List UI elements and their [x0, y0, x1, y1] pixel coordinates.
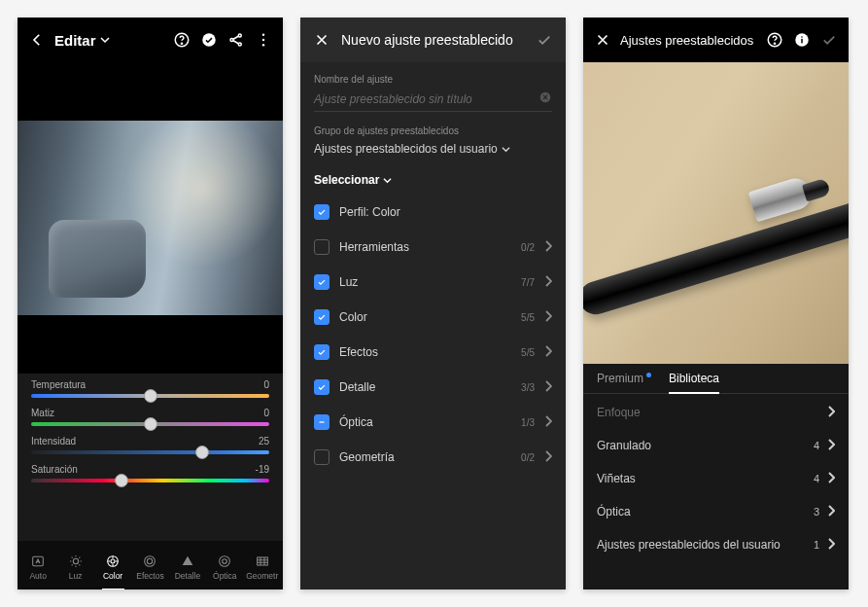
option-label: Color: [339, 310, 511, 324]
chevron-right-icon[interactable]: [827, 439, 835, 453]
checkbox[interactable]: [314, 204, 330, 220]
share-icon[interactable]: [226, 30, 246, 50]
clear-icon[interactable]: [538, 90, 552, 107]
close-icon[interactable]: [312, 30, 331, 50]
preset-row-ajustes-preestablecidos-del-usuario[interactable]: Ajustes preestablecidos del usuario1: [583, 528, 849, 561]
chevron-right-icon[interactable]: [544, 275, 552, 290]
chevron-right-icon[interactable]: [544, 415, 552, 430]
preset-row--ptica[interactable]: Óptica3: [583, 495, 849, 528]
svg-point-5: [238, 43, 241, 46]
chevron-right-icon[interactable]: [544, 240, 552, 255]
slider-thumb[interactable]: [195, 446, 209, 459]
option-detalle[interactable]: Detalle3/3: [314, 370, 552, 405]
nav-label: Luz: [69, 571, 83, 581]
option-efectos[interactable]: Efectos5/5: [314, 335, 552, 370]
preview-photo[interactable]: [583, 62, 849, 364]
nav-optica[interactable]: Óptica: [206, 545, 243, 589]
option-count: 5/5: [521, 347, 535, 358]
photo-canvas[interactable]: [17, 62, 283, 374]
select-toggle[interactable]: Seleccionar: [314, 173, 552, 187]
option-count: 0/2: [521, 242, 535, 253]
svg-point-4: [238, 34, 241, 37]
preset-group-select[interactable]: Ajustes preestablecidos del usuario: [314, 142, 552, 156]
svg-point-23: [801, 36, 803, 38]
svg-point-15: [220, 556, 230, 567]
slider-thumb[interactable]: [144, 417, 157, 431]
chevron-right-icon[interactable]: [544, 380, 552, 395]
option--ptica[interactable]: Óptica1/3: [314, 405, 552, 440]
checkbox[interactable]: [314, 379, 330, 395]
edit-title[interactable]: Editar: [54, 32, 110, 49]
confirm-icon[interactable]: [819, 30, 839, 50]
checkbox[interactable]: [314, 449, 330, 465]
option-perfil-color[interactable]: Perfil: Color: [314, 195, 552, 230]
option-color[interactable]: Color5/5: [314, 300, 552, 335]
svg-point-8: [262, 44, 264, 46]
chevron-right-icon[interactable]: [827, 406, 835, 420]
preset-row-granulado[interactable]: Granulado4: [583, 429, 849, 462]
nav-geom[interactable]: Geometr: [244, 545, 281, 589]
row-label: Ajustes preestablecidos del usuario: [597, 538, 806, 552]
option-herramientas[interactable]: Herramientas0/2: [314, 230, 552, 265]
slider-track[interactable]: [31, 450, 269, 454]
name-placeholder: Ajuste preestablecido sin título: [314, 92, 472, 106]
nav-luz[interactable]: Luz: [56, 545, 93, 589]
row-count: 4: [814, 473, 819, 484]
chevron-right-icon[interactable]: [544, 310, 552, 325]
close-icon[interactable]: [593, 30, 612, 50]
slider-matiz[interactable]: Matiz0: [31, 408, 269, 426]
slider-saturación[interactable]: Saturación-19: [31, 464, 269, 482]
svg-point-12: [111, 559, 115, 563]
confirm-icon[interactable]: [535, 30, 554, 50]
help-icon[interactable]: [765, 30, 784, 50]
slider-track[interactable]: [31, 394, 269, 398]
preset-title: Nuevo ajuste preestablecido: [341, 32, 525, 48]
row-label: Óptica: [597, 505, 806, 518]
nav-detalle[interactable]: Detalle: [169, 545, 206, 589]
option-luz[interactable]: Luz7/7: [314, 265, 552, 300]
more-icon[interactable]: [254, 30, 273, 50]
edit-header: Editar: [17, 18, 283, 62]
chevron-right-icon[interactable]: [827, 505, 835, 519]
checkbox[interactable]: [314, 274, 330, 290]
nav-auto[interactable]: Auto: [19, 545, 56, 589]
slider-track[interactable]: [31, 479, 269, 482]
option-count: 0/2: [521, 452, 535, 463]
slider-label: Saturación: [31, 464, 78, 475]
detalle-icon: [179, 553, 196, 569]
slider-temperatura[interactable]: Temperatura0: [31, 379, 269, 398]
info-icon[interactable]: [792, 30, 812, 50]
slider-intensidad[interactable]: Intensidad25: [31, 436, 269, 454]
nav-efectos[interactable]: Efectos: [131, 545, 168, 589]
preset-name-input[interactable]: Ajuste preestablecido sin título: [314, 90, 552, 112]
back-icon[interactable]: [27, 30, 47, 50]
svg-point-3: [230, 39, 233, 42]
preset-row-vi-etas[interactable]: Viñetas4: [583, 462, 849, 495]
option-label: Efectos: [339, 345, 511, 359]
chevron-right-icon[interactable]: [827, 538, 835, 553]
chevron-right-icon[interactable]: [827, 472, 835, 486]
edit-title-text: Editar: [54, 32, 96, 49]
option-geometr-a[interactable]: Geometría0/2: [314, 440, 552, 475]
checkbox[interactable]: [314, 414, 330, 430]
slider-thumb[interactable]: [115, 474, 128, 487]
preset-row-enfoque[interactable]: Enfoque: [583, 396, 849, 429]
select-label-text: Seleccionar: [314, 173, 379, 187]
checkbox[interactable]: [314, 344, 330, 360]
option-label: Luz: [339, 275, 511, 289]
chevron-right-icon[interactable]: [544, 345, 552, 360]
nav-color[interactable]: Color: [94, 545, 131, 589]
accept-icon[interactable]: [199, 30, 219, 50]
slider-track[interactable]: [31, 422, 269, 426]
option-label: Herramientas: [339, 240, 511, 254]
checkbox[interactable]: [314, 309, 330, 325]
tab-biblioteca[interactable]: Biblioteca: [669, 372, 719, 393]
nav-label: Detalle: [175, 571, 200, 581]
help-icon[interactable]: [172, 30, 191, 50]
slider-label: Intensidad: [31, 436, 76, 446]
tab-premium[interactable]: Premium: [597, 372, 651, 393]
option-label: Detalle: [339, 380, 511, 394]
checkbox[interactable]: [314, 239, 330, 255]
chevron-right-icon[interactable]: [544, 450, 552, 465]
slider-thumb[interactable]: [144, 389, 157, 403]
